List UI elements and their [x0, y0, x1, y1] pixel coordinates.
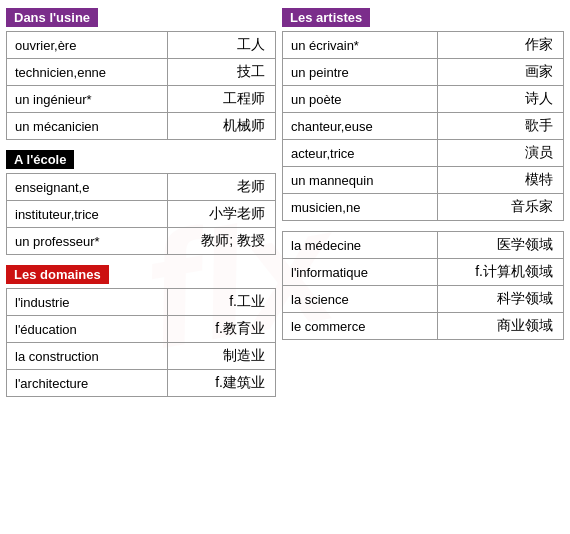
table-bottom-right: la médecine医学领域l'informatiquef.计算机领域la s… [282, 231, 564, 340]
cell-french: un écrivain* [283, 32, 438, 59]
cell-chinese: 音乐家 [437, 194, 563, 221]
table-row: instituteur,trice小学老师 [7, 201, 276, 228]
table-row: un poète诗人 [283, 86, 564, 113]
table-row: la science科学领域 [283, 286, 564, 313]
table-row: enseignant,e老师 [7, 174, 276, 201]
table-row: un mécanicien机械师 [7, 113, 276, 140]
cell-chinese: 演员 [437, 140, 563, 167]
cell-french: un mécanicien [7, 113, 168, 140]
table-row: ouvrier,ère工人 [7, 32, 276, 59]
cell-chinese: 小学老师 [168, 201, 276, 228]
cell-french: un poète [283, 86, 438, 113]
section-les-artistes: Les artistes un écrivain*作家un peintre画家u… [282, 8, 564, 221]
cell-french: la médecine [283, 232, 438, 259]
cell-chinese: 医学领域 [437, 232, 563, 259]
cell-french: un peintre [283, 59, 438, 86]
cell-french: la science [283, 286, 438, 313]
table-row: technicien,enne技工 [7, 59, 276, 86]
section-les-domaines: Les domaines l'industrief.工业l'éducationf… [6, 265, 276, 397]
section-title-a-ecole: A l'école [6, 150, 74, 169]
table-a-ecole: enseignant,e老师instituteur,trice小学老师un pr… [6, 173, 276, 255]
cell-chinese: f.建筑业 [168, 370, 276, 397]
cell-french: technicien,enne [7, 59, 168, 86]
cell-french: musicien,ne [283, 194, 438, 221]
cell-chinese: 制造业 [168, 343, 276, 370]
section-title-les-domaines: Les domaines [6, 265, 109, 284]
right-column: Les artistes un écrivain*作家un peintre画家u… [282, 8, 564, 407]
cell-chinese: 机械师 [168, 113, 276, 140]
cell-french: chanteur,euse [283, 113, 438, 140]
cell-chinese: 老师 [168, 174, 276, 201]
table-row: l'architecturef.建筑业 [7, 370, 276, 397]
cell-chinese: f.教育业 [168, 316, 276, 343]
cell-french: instituteur,trice [7, 201, 168, 228]
cell-chinese: 画家 [437, 59, 563, 86]
cell-french: acteur,trice [283, 140, 438, 167]
section-bottom-right: la médecine医学领域l'informatiquef.计算机领域la s… [282, 231, 564, 340]
cell-chinese: 模特 [437, 167, 563, 194]
cell-french: l'éducation [7, 316, 168, 343]
page-content: Dans l'usine ouvrier,ère工人technicien,enn… [0, 0, 570, 415]
table-les-domaines: l'industrief.工业l'éducationf.教育业la constr… [6, 288, 276, 397]
table-row: un professeur*教师; 教授 [7, 228, 276, 255]
cell-chinese: 科学领域 [437, 286, 563, 313]
cell-french: l'industrie [7, 289, 168, 316]
table-les-artistes: un écrivain*作家un peintre画家un poète诗人chan… [282, 31, 564, 221]
cell-chinese: 工程师 [168, 86, 276, 113]
table-row: l'informatiquef.计算机领域 [283, 259, 564, 286]
table-row: acteur,trice演员 [283, 140, 564, 167]
cell-chinese: 作家 [437, 32, 563, 59]
cell-french: un mannequin [283, 167, 438, 194]
cell-french: l'architecture [7, 370, 168, 397]
table-row: un peintre画家 [283, 59, 564, 86]
cell-french: la construction [7, 343, 168, 370]
table-row: un ingénieur*工程师 [7, 86, 276, 113]
cell-chinese: 歌手 [437, 113, 563, 140]
cell-french: enseignant,e [7, 174, 168, 201]
table-row: la construction制造业 [7, 343, 276, 370]
cell-french: l'informatique [283, 259, 438, 286]
table-row: musicien,ne音乐家 [283, 194, 564, 221]
cell-french: le commerce [283, 313, 438, 340]
cell-chinese: 教师; 教授 [168, 228, 276, 255]
cell-french: ouvrier,ère [7, 32, 168, 59]
section-title-dans-usine: Dans l'usine [6, 8, 98, 27]
table-row: l'industrief.工业 [7, 289, 276, 316]
cell-chinese: 工人 [168, 32, 276, 59]
table-row: le commerce商业领域 [283, 313, 564, 340]
section-title-les-artistes: Les artistes [282, 8, 370, 27]
table-row: la médecine医学领域 [283, 232, 564, 259]
cell-chinese: f.工业 [168, 289, 276, 316]
table-row: l'éducationf.教育业 [7, 316, 276, 343]
section-dans-usine: Dans l'usine ouvrier,ère工人technicien,enn… [6, 8, 276, 140]
left-column: Dans l'usine ouvrier,ère工人technicien,enn… [6, 8, 276, 407]
table-row: un mannequin模特 [283, 167, 564, 194]
table-row: un écrivain*作家 [283, 32, 564, 59]
cell-chinese: f.计算机领域 [437, 259, 563, 286]
cell-french: un professeur* [7, 228, 168, 255]
cell-french: un ingénieur* [7, 86, 168, 113]
cell-chinese: 诗人 [437, 86, 563, 113]
table-dans-usine: ouvrier,ère工人technicien,enne技工un ingénie… [6, 31, 276, 140]
cell-chinese: 技工 [168, 59, 276, 86]
cell-chinese: 商业领域 [437, 313, 563, 340]
table-row: chanteur,euse歌手 [283, 113, 564, 140]
section-a-ecole: A l'école enseignant,e老师instituteur,tric… [6, 150, 276, 255]
